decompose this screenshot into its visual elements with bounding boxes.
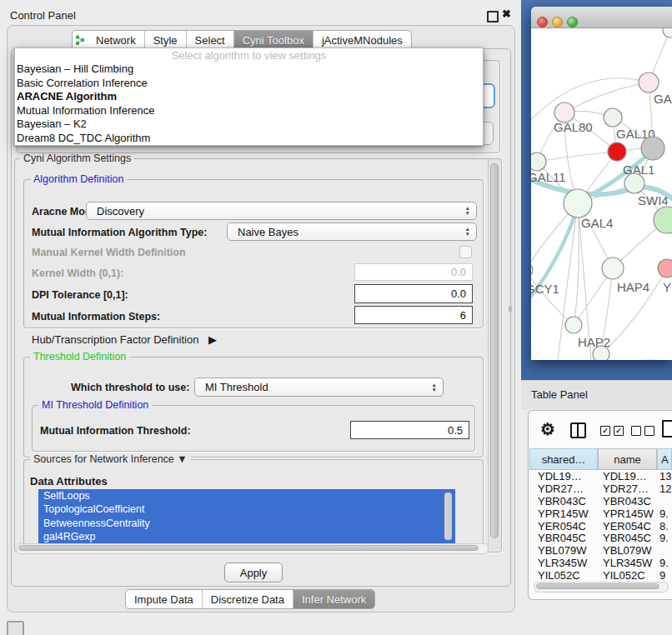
network-node-gal4[interactable] (564, 189, 592, 218)
table-cell: YLR345W (603, 558, 652, 570)
close-icon[interactable]: ✖ (502, 8, 511, 20)
network-edge[interactable] (558, 203, 578, 360)
column-header-shared-name[interactable]: shared… (529, 448, 598, 470)
zoom-traffic-icon[interactable] (567, 17, 578, 28)
table-row[interactable]: YDL19…YDL19…13 (529, 471, 672, 483)
attribute-list-item[interactable]: gal4RGexp (38, 530, 455, 543)
network-window-titlebar[interactable] (531, 7, 672, 28)
algorithm-option[interactable]: ARACNE Algorithm (15, 90, 483, 104)
which-threshold-select[interactable]: MI Threshold ▲▼ (194, 378, 444, 397)
dock-panel-icon[interactable] (7, 621, 24, 635)
settings-hscrollbar-thumb[interactable] (18, 545, 479, 551)
table-panel-title: Table Panel (531, 388, 588, 401)
which-threshold-label: Which threshold to use: (71, 382, 189, 393)
gear-icon[interactable]: ⚙ (540, 419, 555, 439)
node-label: GAL (654, 92, 672, 106)
deselect-all-columns-icon[interactable] (631, 426, 654, 436)
algorithm-option[interactable]: Mutual Information Inference (15, 104, 483, 118)
tab-network[interactable]: Network (73, 31, 145, 49)
network-node[interactable] (593, 346, 609, 360)
mi-type-select[interactable]: Naive Bayes ▲▼ (227, 222, 477, 241)
table-hscrollbar[interactable] (534, 582, 669, 592)
node-label: GAL11 (531, 170, 566, 184)
kernel-width-label: Kernel Width (0,1): (32, 268, 123, 279)
close-traffic-icon[interactable] (537, 17, 548, 28)
settings-hscrollbar[interactable] (16, 543, 489, 554)
tab-style[interactable]: Style (145, 31, 187, 49)
network-edge[interactable] (531, 270, 574, 325)
network-node-gal1[interactable] (608, 142, 626, 161)
network-canvas[interactable]: GALGAL80GAL10GAL1GAL11SWI4GAL4GCY1HAP4YH… (531, 28, 672, 360)
attribute-list-item[interactable]: TopologicalCoefficient (38, 502, 455, 516)
data-attributes-list[interactable]: SelfLoopsTopologicalCoefficientBetweenne… (38, 489, 455, 544)
tab-jactivemnodules[interactable]: jActiveMNodules (313, 31, 411, 49)
network-node-hap4[interactable] (602, 258, 624, 279)
table-cell: YBR045C (538, 532, 586, 545)
tab-discretize-data[interactable]: Discretize Data (203, 590, 293, 608)
kernel-width-field[interactable]: 0.0 (354, 263, 473, 281)
tab-impute-data[interactable]: Impute Data (126, 590, 203, 608)
mi-threshold-group-title: MI Threshold Definition (38, 400, 152, 411)
sources-group-title[interactable]: Sources for Network Inference ▼ (30, 454, 191, 465)
network-node-y[interactable] (658, 259, 672, 278)
network-node-gcy1[interactable] (531, 262, 533, 278)
table-cell: 13 (659, 471, 671, 483)
combo-arrows-icon: ▲▼ (465, 206, 470, 216)
table-row[interactable]: YBL079WYBL079W (529, 545, 672, 558)
manual-kernel-checkbox[interactable] (459, 246, 472, 258)
hub-definition-expander[interactable]: Hub/Transcription Factor Definition ▶ (32, 333, 217, 346)
minimize-traffic-icon[interactable] (552, 17, 563, 28)
select-all-columns-icon[interactable]: ✓ ✓ (600, 426, 624, 436)
column-header-name[interactable]: name (598, 448, 657, 470)
table-cell: YER054C (603, 521, 651, 533)
column-header-partial[interactable]: A (657, 448, 672, 470)
network-node-swi4[interactable] (624, 173, 644, 193)
tab-infer-network[interactable]: Infer Network (293, 590, 374, 608)
network-node[interactable] (641, 137, 664, 160)
table-row[interactable]: YIL052CYIL052C9 (529, 570, 672, 581)
network-window[interactable]: GALGAL80GAL10GAL1GAL11SWI4GAL4GCY1HAP4YH… (531, 7, 672, 360)
settings-scrollbar[interactable] (488, 159, 500, 550)
attributes-scrollbar-thumb[interactable] (444, 492, 452, 540)
algorithm-options: Bayesian – Hill ClimbingBasic Correlatio… (15, 62, 483, 145)
table-row[interactable]: YLR345WYLR345W9. (529, 558, 672, 570)
network-node-gal11[interactable] (531, 152, 546, 171)
document-icon[interactable] (662, 420, 672, 438)
network-edge[interactable] (537, 152, 617, 162)
table-row[interactable]: YER054CYER054C8. (529, 521, 672, 533)
tab-cyni-toolbox[interactable]: Cyni Toolbox (234, 31, 313, 49)
table-cell: YBL079W (603, 545, 652, 558)
tab-label: Network (89, 34, 143, 47)
splitter-handle[interactable] (509, 306, 512, 312)
expander-down-icon: ▼ (177, 453, 187, 465)
network-node-gal[interactable] (639, 72, 659, 92)
algorithm-option[interactable]: Bayesian – K2 (15, 118, 483, 132)
algorithm-option[interactable]: Bayesian – Hill Climbing (15, 62, 483, 77)
tab-label: Style (147, 34, 184, 47)
apply-button[interactable]: Apply (224, 562, 283, 582)
mi-steps-field[interactable]: 6 (354, 306, 473, 324)
settings-scrollbar-thumb[interactable] (490, 163, 499, 538)
mi-threshold-field[interactable]: 0.5 (350, 421, 469, 439)
table-row[interactable]: YBR045CYBR045C9. (529, 532, 672, 545)
table-row[interactable]: YDR27…YDR27…12 (529, 483, 672, 496)
dpi-tolerance-field[interactable]: 0.0 (354, 284, 473, 303)
cyni-algorithm-settings-title: Cyni Algorithm Settings (20, 153, 134, 164)
network-node[interactable] (654, 207, 672, 233)
float-window-icon[interactable] (487, 11, 499, 22)
tab-select[interactable]: Select (187, 31, 234, 49)
attribute-list-item[interactable]: BetweennessCentrality (38, 517, 455, 530)
network-node-hap2[interactable] (565, 317, 582, 333)
algorithm-option[interactable]: Dream8 DC_TDC Algorithm (15, 132, 483, 146)
sources-title-text: Sources for Network Inference (33, 453, 174, 465)
network-node[interactable] (663, 28, 672, 38)
split-columns-icon[interactable] (570, 422, 586, 438)
table-row[interactable]: YPR145WYPR145W9. (529, 508, 672, 521)
attribute-list-item[interactable]: SelfLoops (38, 489, 455, 502)
table-hscrollbar-thumb[interactable] (536, 583, 659, 589)
algorithm-option[interactable]: Basic Correlation Inference (15, 77, 483, 91)
table-row[interactable]: YBR043CYBR043C (529, 496, 672, 508)
aracne-mode-select[interactable]: Discovery ▲▼ (86, 202, 477, 220)
mi-type-value: Naive Bayes (238, 226, 298, 238)
network-node-gal10[interactable] (604, 108, 622, 127)
